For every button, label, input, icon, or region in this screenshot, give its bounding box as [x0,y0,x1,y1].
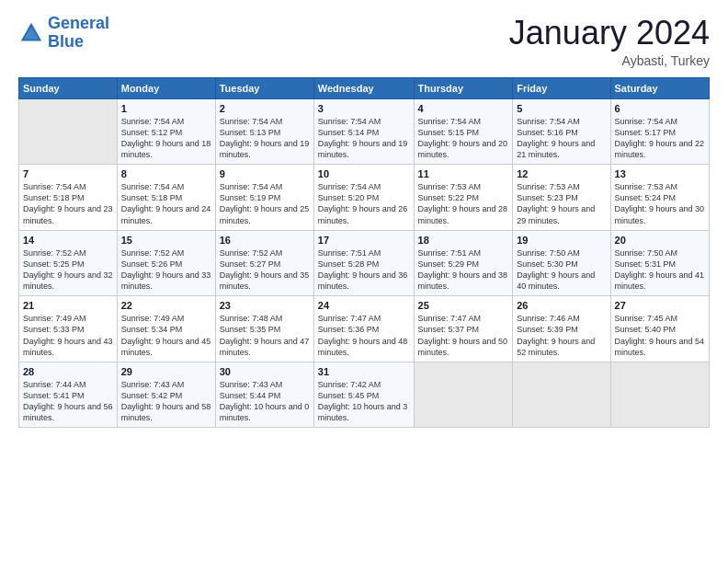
day-number: 7 [23,168,113,179]
day-info: Sunrise: 7:49 AMSunset: 5:33 PMDaylight:… [23,313,113,358]
calendar-cell: 9 Sunrise: 7:54 AMSunset: 5:19 PMDayligh… [215,165,313,231]
day-info: Sunrise: 7:54 AMSunset: 5:14 PMDaylight:… [318,116,410,161]
day-info: Sunrise: 7:54 AMSunset: 5:20 PMDaylight:… [318,181,410,226]
header-friday: Friday [513,77,610,98]
day-number: 4 [418,103,509,114]
day-info: Sunrise: 7:46 AMSunset: 5:39 PMDaylight:… [517,313,606,358]
day-info: Sunrise: 7:54 AMSunset: 5:18 PMDaylight:… [121,181,211,226]
calendar-cell [513,362,610,428]
day-info: Sunrise: 7:47 AMSunset: 5:36 PMDaylight:… [318,313,410,358]
calendar-cell: 8 Sunrise: 7:54 AMSunset: 5:18 PMDayligh… [117,165,215,231]
day-number: 13 [615,168,705,179]
day-info: Sunrise: 7:52 AMSunset: 5:26 PMDaylight:… [121,247,211,293]
calendar-cell: 10 Sunrise: 7:54 AMSunset: 5:20 PMDaylig… [313,165,414,231]
day-number: 29 [121,366,211,377]
header-monday: Monday [117,77,215,98]
calendar-header: Sunday Monday Tuesday Wednesday Thursday… [19,77,710,98]
calendar-cell: 2 Sunrise: 7:54 AMSunset: 5:13 PMDayligh… [215,98,313,165]
title-area: January 2024 Aybasti, Turkey [509,15,710,68]
day-info: Sunrise: 7:48 AMSunset: 5:35 PMDaylight:… [220,313,310,358]
day-number: 8 [121,168,211,179]
day-number: 12 [517,168,606,179]
header-thursday: Thursday [414,77,513,98]
day-number: 14 [23,235,113,246]
day-number: 15 [121,235,211,246]
calendar-cell: 17 Sunrise: 7:51 AMSunset: 5:28 PMDaylig… [313,230,414,296]
day-info: Sunrise: 7:53 AMSunset: 5:23 PMDaylight:… [517,181,606,226]
header-row: Sunday Monday Tuesday Wednesday Thursday… [19,77,710,98]
calendar-week-3: 14 Sunrise: 7:52 AMSunset: 5:25 PMDaylig… [19,230,710,296]
calendar-week-5: 28 Sunrise: 7:44 AMSunset: 5:41 PMDaylig… [19,362,710,428]
day-number: 11 [418,168,509,179]
calendar-cell: 14 Sunrise: 7:52 AMSunset: 5:25 PMDaylig… [19,230,118,296]
day-info: Sunrise: 7:52 AMSunset: 5:27 PMDaylight:… [220,247,310,293]
day-number: 3 [318,103,410,114]
day-number: 23 [220,300,310,311]
calendar-cell: 19 Sunrise: 7:50 AMSunset: 5:30 PMDaylig… [513,230,610,296]
day-info: Sunrise: 7:54 AMSunset: 5:15 PMDaylight:… [418,116,509,161]
logo: General Blue [18,15,109,52]
calendar-cell: 20 Sunrise: 7:50 AMSunset: 5:31 PMDaylig… [610,230,709,296]
day-info: Sunrise: 7:45 AMSunset: 5:40 PMDaylight:… [615,313,705,358]
day-number: 27 [615,300,705,311]
calendar-cell: 3 Sunrise: 7:54 AMSunset: 5:14 PMDayligh… [313,98,414,165]
day-number: 26 [517,300,606,311]
day-info: Sunrise: 7:54 AMSunset: 5:13 PMDaylight:… [220,116,310,161]
calendar-cell: 7 Sunrise: 7:54 AMSunset: 5:18 PMDayligh… [19,165,118,231]
day-info: Sunrise: 7:43 AMSunset: 5:42 PMDaylight:… [121,379,211,424]
day-number: 17 [318,235,410,246]
calendar-cell: 5 Sunrise: 7:54 AMSunset: 5:16 PMDayligh… [513,98,610,165]
calendar-cell: 15 Sunrise: 7:52 AMSunset: 5:26 PMDaylig… [117,230,215,296]
calendar-cell: 27 Sunrise: 7:45 AMSunset: 5:40 PMDaylig… [610,296,709,362]
calendar-week-1: 1 Sunrise: 7:54 AMSunset: 5:12 PMDayligh… [19,98,710,165]
header: General Blue January 2024 Aybasti, Turke… [18,15,710,68]
day-info: Sunrise: 7:54 AMSunset: 5:12 PMDaylight:… [121,116,211,161]
day-number: 19 [517,235,606,246]
day-info: Sunrise: 7:49 AMSunset: 5:34 PMDaylight:… [121,313,211,358]
calendar-cell: 29 Sunrise: 7:43 AMSunset: 5:42 PMDaylig… [117,362,215,428]
calendar-cell: 28 Sunrise: 7:44 AMSunset: 5:41 PMDaylig… [19,362,118,428]
calendar-cell: 24 Sunrise: 7:47 AMSunset: 5:36 PMDaylig… [313,296,414,362]
calendar-table: Sunday Monday Tuesday Wednesday Thursday… [18,77,710,429]
day-number: 30 [220,366,310,377]
calendar-cell: 4 Sunrise: 7:54 AMSunset: 5:15 PMDayligh… [414,98,513,165]
calendar-cell: 11 Sunrise: 7:53 AMSunset: 5:22 PMDaylig… [414,165,513,231]
day-info: Sunrise: 7:44 AMSunset: 5:41 PMDaylight:… [23,379,113,424]
calendar-cell: 13 Sunrise: 7:53 AMSunset: 5:24 PMDaylig… [610,165,709,231]
location-subtitle: Aybasti, Turkey [509,53,710,68]
day-info: Sunrise: 7:42 AMSunset: 5:45 PMDaylight:… [318,379,410,424]
day-info: Sunrise: 7:51 AMSunset: 5:29 PMDaylight:… [418,247,509,293]
day-number: 2 [220,103,310,114]
day-number: 5 [517,103,606,114]
day-number: 21 [23,300,113,311]
calendar-cell: 18 Sunrise: 7:51 AMSunset: 5:29 PMDaylig… [414,230,513,296]
day-number: 31 [318,366,410,377]
logo-line2: Blue [48,32,84,51]
calendar-cell: 6 Sunrise: 7:54 AMSunset: 5:17 PMDayligh… [610,98,709,165]
day-number: 20 [615,235,705,246]
month-title: January 2024 [509,15,710,52]
calendar-cell: 25 Sunrise: 7:47 AMSunset: 5:37 PMDaylig… [414,296,513,362]
day-info: Sunrise: 7:53 AMSunset: 5:22 PMDaylight:… [418,181,509,226]
day-info: Sunrise: 7:54 AMSunset: 5:19 PMDaylight:… [220,181,310,226]
page: General Blue January 2024 Aybasti, Turke… [0,0,728,563]
header-sunday: Sunday [19,77,118,98]
calendar-week-4: 21 Sunrise: 7:49 AMSunset: 5:33 PMDaylig… [19,296,710,362]
day-number: 16 [220,235,310,246]
day-number: 18 [418,235,509,246]
calendar-body: 1 Sunrise: 7:54 AMSunset: 5:12 PMDayligh… [19,98,710,428]
day-info: Sunrise: 7:52 AMSunset: 5:25 PMDaylight:… [23,247,113,293]
day-info: Sunrise: 7:47 AMSunset: 5:37 PMDaylight:… [418,313,509,358]
logo-icon [18,20,44,46]
day-info: Sunrise: 7:53 AMSunset: 5:24 PMDaylight:… [615,181,705,226]
day-number: 28 [23,366,113,377]
calendar-cell [19,98,118,165]
header-tuesday: Tuesday [215,77,313,98]
day-number: 1 [121,103,211,114]
calendar-cell: 12 Sunrise: 7:53 AMSunset: 5:23 PMDaylig… [513,165,610,231]
header-saturday: Saturday [610,77,709,98]
calendar-cell: 31 Sunrise: 7:42 AMSunset: 5:45 PMDaylig… [313,362,414,428]
calendar-week-2: 7 Sunrise: 7:54 AMSunset: 5:18 PMDayligh… [19,165,710,231]
calendar-cell: 21 Sunrise: 7:49 AMSunset: 5:33 PMDaylig… [19,296,118,362]
calendar-cell [414,362,513,428]
